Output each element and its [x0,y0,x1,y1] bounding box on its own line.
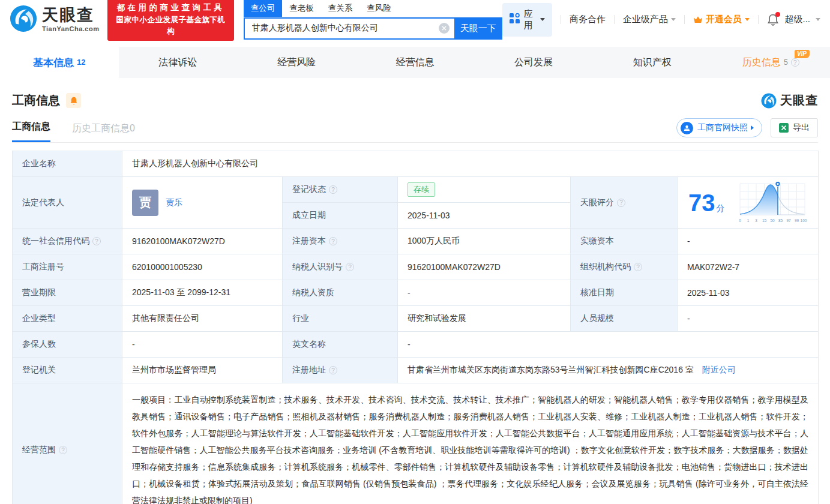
help-icon[interactable] [329,366,337,374]
search-input[interactable] [245,19,454,38]
nav-super-vip[interactable]: 超级... [785,14,811,25]
establish-date-value: 2025-11-03 [398,203,571,229]
search-tab-relation[interactable]: 查关系 [321,0,360,17]
export-button[interactable]: 导出 [771,118,818,137]
vip-badge: VIP [795,50,810,58]
nearby-companies-link[interactable]: 附近公司 [702,365,736,374]
notification-dot [775,12,780,17]
search-block: 查公司 查老板 查关系 查风险 天眼一下 [244,0,502,40]
promo-line1: 都在用的商业查询工具 [113,2,227,14]
field-label: 登记状态 [283,177,398,203]
nav-business-cooperation[interactable]: 商务合作 [570,14,606,25]
tab-legal-proceedings[interactable]: 法律诉讼 [119,47,238,78]
field-label: 纳税人识别号 [283,254,398,280]
legal-rep-link[interactable]: 贾乐 [166,197,182,208]
clear-search-icon[interactable] [439,23,450,34]
search-submit-button[interactable]: 天眼一下 [454,17,502,40]
company-tab-bar: 基本信息 12 法律诉讼 经营风险 经营信息 公司发展 知识产权 VIP 历史信… [0,47,830,78]
field-label: 人员规模 [571,306,678,332]
logo-domain: TianYanCha.com [42,25,99,32]
svg-text:100: 100 [801,218,807,223]
english-name-value: - [398,332,819,358]
chevron-down-icon [540,18,545,21]
tianyancha-logo-icon [10,5,37,35]
svg-text:1: 1 [747,218,750,223]
help-icon[interactable] [59,446,67,454]
tab-basic-info[interactable]: 基本信息 12 [0,47,119,78]
company-name-value: 甘肃人形机器人创新中心有限公司 [122,151,819,177]
industry-value: 研究和试验发展 [398,306,571,332]
apps-menu[interactable]: 应用 [502,3,552,37]
search-tab-risk[interactable]: 查风险 [359,0,398,17]
field-label: 登记机关 [13,358,122,383]
legal-rep-avatar[interactable]: 贾 [132,190,158,216]
search-tab-boss[interactable]: 查老板 [282,0,321,17]
table-row: 经营范围 一般项目：工业自动控制系统装置制造；技术服务、技术开发、技术咨询、技术… [13,383,819,504]
svg-text:97: 97 [786,218,791,223]
chevron-down-icon [745,18,750,21]
tab-operating-risk[interactable]: 经营风险 [237,47,356,78]
promo-banner: 都在用的商业查询工具 国家中小企业发展子基金旗下机构 [107,0,233,41]
business-term-value: 2025-11-03 至 2099-12-31 [122,280,283,306]
company-type-value: 其他有限责任公司 [122,306,283,332]
nav-enterprise-products[interactable]: 企业级产品 [623,14,676,25]
subtab-business-info[interactable]: 工商信息 [12,121,50,142]
reg-capital-value: 1000万人民币 [398,229,571,254]
taxpayer-quality-value: - [398,280,571,306]
official-snapshot-button[interactable]: 工商官网快照 [676,118,762,137]
stamp-icon [681,122,693,134]
help-icon[interactable] [329,185,337,194]
svg-text:3: 3 [755,218,757,223]
help-icon[interactable] [791,58,799,67]
svg-text:15: 15 [762,218,767,223]
reg-authority-value: 兰州市市场监督管理局 [122,358,283,383]
field-label: 企业名称 [13,151,122,177]
help-icon[interactable] [329,237,337,245]
field-label: 实缴资本 [571,229,678,254]
org-code-value: MAK072W2-7 [678,254,819,280]
field-label: 行业 [283,306,398,332]
table-row: 企业名称 甘肃人形机器人创新中心有限公司 [13,151,819,177]
field-label: 核准日期 [571,280,678,306]
arrow-right-icon [751,125,754,130]
business-info-table: 企业名称 甘肃人形机器人创新中心有限公司 法定代表人 贾 贾乐 登记状态 存续 … [12,151,819,504]
subtab-history-business-info[interactable]: 历史工商信息0 [72,122,135,142]
insured-count-value: - [122,332,283,358]
tianyan-score-cell[interactable]: 73分 [678,177,819,229]
field-label: 参保人数 [13,332,122,358]
table-row: 统一社会信用代码 91620100MAK072W27D 注册资本 1000万人民… [13,229,819,254]
field-label: 注册地址 [283,358,398,383]
field-label: 英文名称 [283,332,398,358]
score-distribution-chart: 0 1 3 15 50 85 97 99 100 [735,180,807,226]
excel-icon [779,123,789,133]
help-icon[interactable] [617,199,625,207]
tianyancha-logo[interactable]: 天眼查 TianYanCha.com [10,5,99,35]
table-row: 法定代表人 贾 贾乐 登记状态 存续 天眼评分 73分 [13,177,819,203]
chevron-down-icon [671,18,676,21]
score-unit: 分 [717,203,725,213]
paid-capital-value: - [678,229,819,254]
tab-intellectual-property[interactable]: 知识产权 [593,47,712,78]
svg-text:99: 99 [795,218,799,223]
nav-open-vip[interactable]: 开通会员 [693,14,750,25]
tab-operating-info[interactable]: 经营信息 [356,47,475,78]
reg-address-value: 甘肃省兰州市城关区东岗街道东岗东路53号兰州智汇科技创新园C座C2016 室 [407,365,694,374]
field-label: 天眼评分 [571,177,678,229]
field-label: 注册资本 [283,229,398,254]
field-label: 纳税人资质 [283,280,398,306]
search-tab-company[interactable]: 查公司 [244,0,283,17]
table-row: 参保人数 - 英文名称 - [13,332,819,358]
taxpayer-id-value: 91620100MAK072W27D [398,254,571,280]
table-row: 企业类型 其他有限责任公司 行业 研究和试验发展 人员规模 - [13,306,819,332]
business-scope-value: 一般项目：工业自动控制系统装置制造；技术服务、技术开发、技术咨询、技术交流、技术… [122,383,819,504]
help-icon[interactable] [92,237,101,245]
logo-name: 天眼查 [42,7,99,23]
field-label: 成立日期 [283,203,398,229]
tab-history-info[interactable]: VIP 历史信息 5 [711,47,830,78]
notifications-bell-icon[interactable] [767,13,779,26]
monitor-bell-icon[interactable] [66,93,81,108]
help-icon[interactable] [634,263,642,271]
tab-company-development[interactable]: 公司发展 [474,47,593,78]
help-icon[interactable] [346,263,354,271]
promo-line2: 国家中小企业发展子基金旗下机构 [113,14,227,38]
